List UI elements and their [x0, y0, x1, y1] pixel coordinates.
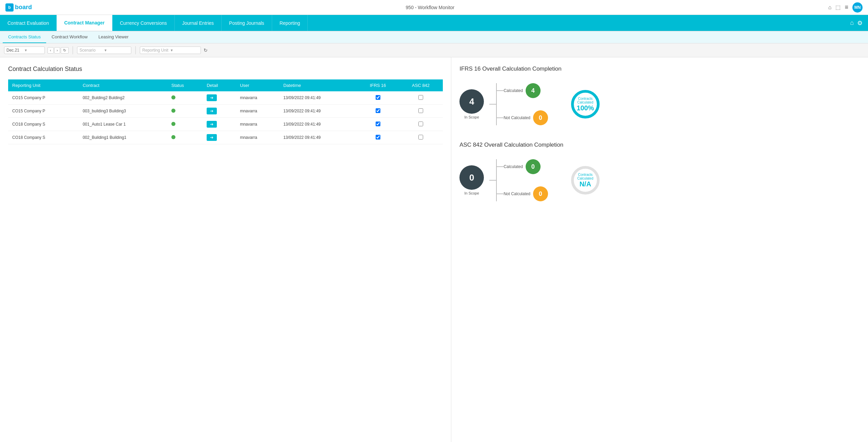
col-reporting-unit: Reporting Unit: [8, 79, 79, 91]
asc842-not-calculated-item: Not Calculated 0: [504, 186, 548, 201]
tab-journal-entries[interactable]: Journal Entries: [175, 15, 222, 31]
detail-button[interactable]: ➔: [207, 121, 217, 128]
cell-contract: 002_Bulding2 Bulding2: [79, 91, 167, 105]
asc842-checkbox[interactable]: [418, 108, 423, 113]
tab-contract-evaluation[interactable]: Contract Evaluation: [0, 15, 57, 31]
period-next[interactable]: ›: [54, 47, 60, 54]
arrow-right-icon: ➔: [210, 95, 213, 100]
cell-user: mnavarra: [236, 91, 279, 105]
col-asc842: ASC 842: [399, 79, 443, 91]
cell-detail: ➔: [203, 131, 236, 144]
asc842-calculated-label: Calculated: [504, 164, 523, 169]
detail-button[interactable]: ➔: [207, 108, 217, 114]
home-icon[interactable]: ⌂: [828, 4, 832, 11]
asc842-donut: Contracts Calculated N/A: [568, 163, 602, 197]
detail-button[interactable]: ➔: [207, 94, 217, 101]
cell-ifrs16: [357, 105, 399, 118]
cell-user: mnavarra: [236, 118, 279, 131]
asc842-group: 0 In Scope Calculated: [459, 159, 548, 201]
asc842-checkbox[interactable]: [418, 95, 423, 100]
ifrs16-not-calculated-badge: 0: [533, 110, 548, 125]
ifrs16-in-scope: 4 In Scope: [459, 89, 484, 119]
h-line3: [497, 117, 504, 118]
cell-status: [167, 131, 203, 144]
ifrs16-donut-text: Contracts Calculated 100%: [577, 97, 594, 112]
left-panel: Contract Calculation Status Reporting Un…: [0, 57, 451, 442]
screen-icon[interactable]: ⬚: [835, 4, 841, 11]
asc842-section: ASC 842 Overall Calculation Completion 0…: [459, 142, 860, 201]
col-user: User: [236, 79, 279, 91]
col-ifrs16: IFRS 16: [357, 79, 399, 91]
tab-reporting[interactable]: Reporting: [272, 15, 308, 31]
ifrs16-checkbox[interactable]: [376, 135, 380, 140]
tab-posting-journals[interactable]: Posting Journals: [222, 15, 272, 31]
ifrs16-donut-label: Contracts Calculated: [577, 97, 594, 104]
filter-bar: Dec.21 ▾ ‹ › ↻ Scenario ▾ Reporting Unit…: [0, 43, 868, 57]
asc842-donut-label: Contracts Calculated: [577, 173, 594, 180]
reporting-unit-select[interactable]: Reporting Unit ▾: [140, 47, 201, 54]
cell-contract: 003_building3 Building3: [79, 105, 167, 118]
asc842-calculated-branch: Calculated 0: [497, 159, 548, 174]
period-refresh[interactable]: ↻: [61, 47, 69, 54]
ifrs16-calculated-label: Calculated: [504, 88, 523, 93]
cell-ifrs16: [357, 118, 399, 131]
ifrs16-checkbox[interactable]: [376, 95, 380, 100]
asc842-donut-value: N/A: [577, 180, 594, 188]
asc842-calculated-badge: 0: [526, 159, 541, 174]
cell-status: [167, 91, 203, 105]
cell-ifrs16: [357, 91, 399, 105]
cell-asc842: [399, 105, 443, 118]
detail-button[interactable]: ➔: [207, 134, 217, 141]
period-select[interactable]: Dec.21 ▾: [4, 47, 45, 54]
arrow-right-icon: ➔: [210, 122, 213, 127]
h-line5: [497, 166, 504, 167]
table-row: CO15 Company P 002_Bulding2 Bulding2 ➔ m…: [8, 91, 443, 105]
cell-asc842: [399, 131, 443, 144]
asc842-in-scope-badge: 0: [459, 165, 484, 190]
reporting-unit-refresh[interactable]: ↻: [204, 48, 208, 53]
tab-contract-manager[interactable]: Contract Manager: [57, 15, 112, 31]
asc842-not-calculated-label: Not Calculated: [504, 191, 530, 196]
col-status: Status: [167, 79, 203, 91]
ifrs16-checkbox[interactable]: [376, 108, 380, 113]
h-line4: [489, 180, 496, 181]
v-connector2: Calculated 0 Not Calculated: [496, 159, 548, 201]
status-dot: [171, 109, 175, 113]
sub-tab-leasing-viewer[interactable]: Leasing Viewer: [93, 31, 134, 43]
menu-icon[interactable]: ≡: [845, 4, 848, 11]
ifrs16-not-calculated-label: Not Calculated: [504, 115, 530, 120]
ifrs16-diagram: 4 In Scope Calculated: [459, 83, 860, 125]
cell-datetime: 13/09/2022 09:41:49: [279, 118, 357, 131]
cell-asc842: [399, 91, 443, 105]
nav-home-icon[interactable]: ⌂: [850, 19, 854, 26]
cell-user: mnavarra: [236, 105, 279, 118]
topbar-right: ⌂ ⬚ ≡ MN: [828, 2, 863, 13]
cell-detail: ➔: [203, 91, 236, 105]
asc842-title: ASC 842 Overall Calculation Completion: [459, 142, 860, 148]
nav-settings-icon[interactable]: ⚙: [857, 19, 863, 27]
topbar-title: 950 - Workflow Monitor: [406, 5, 455, 10]
asc842-checkbox[interactable]: [418, 122, 423, 126]
sub-tab-contract-workflow[interactable]: Contract Workflow: [46, 31, 93, 43]
sub-nav: Contracts Status Contract Workflow Leasi…: [0, 31, 868, 43]
status-dot: [171, 95, 175, 99]
user-avatar[interactable]: MN: [852, 2, 863, 13]
ifrs16-checkbox[interactable]: [376, 122, 380, 126]
cell-reporting-unit: CO15 Company P: [8, 105, 79, 118]
ifrs16-donut: Contracts Calculated 100%: [568, 87, 602, 121]
asc842-donut-text: Contracts Calculated N/A: [577, 173, 594, 188]
sub-tab-contracts-status[interactable]: Contracts Status: [3, 31, 46, 43]
calculated-item: Calculated 4: [504, 83, 541, 98]
cell-status: [167, 105, 203, 118]
period-prev[interactable]: ‹: [48, 47, 54, 54]
cell-reporting-unit: CO18 Company S: [8, 131, 79, 144]
tab-currency-conversions[interactable]: Currency Conversions: [112, 15, 175, 31]
board-icon: b: [5, 3, 14, 12]
scenario-select[interactable]: Scenario ▾: [77, 47, 131, 54]
asc842-calculated-item: Calculated 0: [504, 159, 541, 174]
topbar: b board 950 - Workflow Monitor ⌂ ⬚ ≡ MN: [0, 0, 868, 15]
asc842-checkbox[interactable]: [418, 135, 423, 140]
right-panel: IFRS 16 Overall Calculation Completion 4…: [451, 57, 868, 442]
ifrs16-title: IFRS 16 Overall Calculation Completion: [459, 66, 860, 72]
cell-datetime: 13/09/2022 09:41:49: [279, 105, 357, 118]
